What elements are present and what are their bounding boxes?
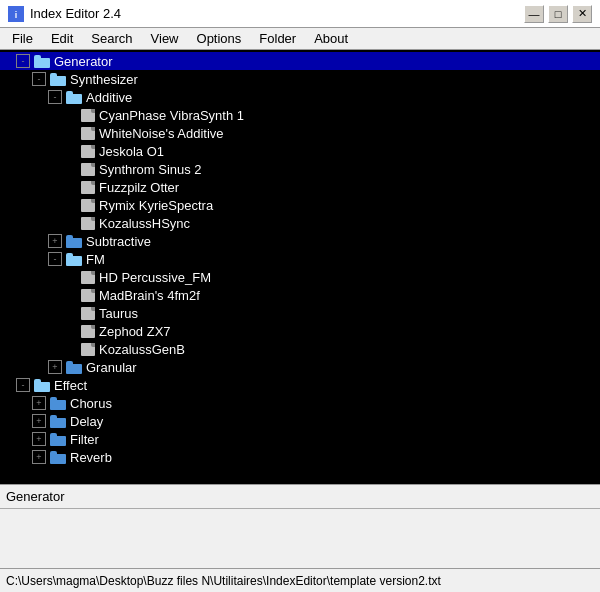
bottom-info [0, 508, 600, 568]
expand-delay[interactable]: + [32, 414, 46, 428]
folder-icon-fm [66, 253, 82, 266]
tree-item-reverb[interactable]: + Reverb [0, 448, 600, 466]
window-controls: — □ ✕ [524, 5, 592, 23]
menu-search[interactable]: Search [83, 29, 140, 48]
label-madbrain: MadBrain's 4fm2f [99, 288, 200, 303]
folder-icon-delay [50, 415, 66, 428]
label-kozaluss-hsync: KozalussHSync [99, 216, 190, 231]
folder-icon-filter [50, 433, 66, 446]
main-content: - Generator - Synthesizer - Additive [0, 50, 600, 484]
label-fuzzpilz: Fuzzpilz Otter [99, 180, 179, 195]
label-kozaluss-genb: KozalussGenB [99, 342, 185, 357]
expand-filter[interactable]: + [32, 432, 46, 446]
menu-folder[interactable]: Folder [251, 29, 304, 48]
label-granular: Granular [86, 360, 137, 375]
label-fm: FM [86, 252, 105, 267]
tree-item-generator[interactable]: - Generator [0, 52, 600, 70]
tree-panel[interactable]: - Generator - Synthesizer - Additive [0, 50, 600, 484]
folder-icon-effect [34, 379, 50, 392]
label-filter: Filter [70, 432, 99, 447]
tree-item-synthrom[interactable]: Synthrom Sinus 2 [0, 160, 600, 178]
window-title: Index Editor 2.4 [30, 6, 121, 21]
status-text: Generator [6, 489, 65, 504]
file-icon-taurus [81, 307, 95, 320]
file-icon-synthrom [81, 163, 95, 176]
file-icon-madbrain [81, 289, 95, 302]
label-cyanphase: CyanPhase VibraSynth 1 [99, 108, 244, 123]
tree-item-additive[interactable]: - Additive [0, 88, 600, 106]
file-icon-zephod [81, 325, 95, 338]
tree-item-granular[interactable]: + Granular [0, 358, 600, 376]
expand-granular[interactable]: + [48, 360, 62, 374]
title-bar: i Index Editor 2.4 — □ ✕ [0, 0, 600, 28]
label-taurus: Taurus [99, 306, 138, 321]
tree-item-fuzzpilz[interactable]: Fuzzpilz Otter [0, 178, 600, 196]
label-generator: Generator [54, 54, 113, 69]
file-icon-hd-percussive [81, 271, 95, 284]
label-chorus: Chorus [70, 396, 112, 411]
tree-item-kozaluss-genb[interactable]: KozalussGenB [0, 340, 600, 358]
close-button[interactable]: ✕ [572, 5, 592, 23]
tree-item-cyanphase[interactable]: CyanPhase VibraSynth 1 [0, 106, 600, 124]
app-icon: i [8, 6, 24, 22]
label-effect: Effect [54, 378, 87, 393]
tree-item-hd-percussive[interactable]: HD Percussive_FM [0, 268, 600, 286]
tree-item-jeskola[interactable]: Jeskola O1 [0, 142, 600, 160]
menu-view[interactable]: View [143, 29, 187, 48]
tree-item-filter[interactable]: + Filter [0, 430, 600, 448]
tree-item-subtractive[interactable]: + Subtractive [0, 232, 600, 250]
folder-icon-granular [66, 361, 82, 374]
folder-icon-synthesizer [50, 73, 66, 86]
tree-item-effect[interactable]: - Effect [0, 376, 600, 394]
folder-icon-chorus [50, 397, 66, 410]
label-additive: Additive [86, 90, 132, 105]
expand-subtractive[interactable]: + [48, 234, 62, 248]
path-bar: C:\Users\magma\Desktop\Buzz files N\Util… [0, 568, 600, 592]
svg-text:i: i [15, 10, 18, 20]
tree-item-zephod[interactable]: Zephod ZX7 [0, 322, 600, 340]
expand-reverb[interactable]: + [32, 450, 46, 464]
tree-item-taurus[interactable]: Taurus [0, 304, 600, 322]
label-reverb: Reverb [70, 450, 112, 465]
file-icon-jeskola [81, 145, 95, 158]
label-jeskola: Jeskola O1 [99, 144, 164, 159]
file-icon-kozaluss-hsync [81, 217, 95, 230]
maximize-button[interactable]: □ [548, 5, 568, 23]
folder-icon-subtractive [66, 235, 82, 248]
expand-generator[interactable]: - [16, 54, 30, 68]
label-delay: Delay [70, 414, 103, 429]
path-text: C:\Users\magma\Desktop\Buzz files N\Util… [6, 574, 441, 588]
expand-chorus[interactable]: + [32, 396, 46, 410]
tree-item-synthesizer[interactable]: - Synthesizer [0, 70, 600, 88]
expand-additive[interactable]: - [48, 90, 62, 104]
menu-bar: File Edit Search View Options Folder Abo… [0, 28, 600, 50]
tree-item-chorus[interactable]: + Chorus [0, 394, 600, 412]
tree-item-rymix[interactable]: Rymix KyrieSpectra [0, 196, 600, 214]
tree-item-delay[interactable]: + Delay [0, 412, 600, 430]
label-zephod: Zephod ZX7 [99, 324, 171, 339]
label-subtractive: Subtractive [86, 234, 151, 249]
tree-item-kozaluss-hsync[interactable]: KozalussHSync [0, 214, 600, 232]
menu-options[interactable]: Options [189, 29, 250, 48]
menu-file[interactable]: File [4, 29, 41, 48]
label-synthrom: Synthrom Sinus 2 [99, 162, 202, 177]
folder-icon-reverb [50, 451, 66, 464]
expand-fm[interactable]: - [48, 252, 62, 266]
menu-about[interactable]: About [306, 29, 356, 48]
label-whitenoise: WhiteNoise's Additive [99, 126, 224, 141]
file-icon-whitenoise [81, 127, 95, 140]
minimize-button[interactable]: — [524, 5, 544, 23]
label-hd-percussive: HD Percussive_FM [99, 270, 211, 285]
tree-item-fm[interactable]: - FM [0, 250, 600, 268]
file-icon-fuzzpilz [81, 181, 95, 194]
file-icon-cyanphase [81, 109, 95, 122]
label-rymix: Rymix KyrieSpectra [99, 198, 213, 213]
expand-synthesizer[interactable]: - [32, 72, 46, 86]
tree-item-whitenoise[interactable]: WhiteNoise's Additive [0, 124, 600, 142]
label-synthesizer: Synthesizer [70, 72, 138, 87]
menu-edit[interactable]: Edit [43, 29, 81, 48]
expand-effect[interactable]: - [16, 378, 30, 392]
status-bar: Generator [0, 484, 600, 508]
tree-item-madbrain[interactable]: MadBrain's 4fm2f [0, 286, 600, 304]
folder-icon-generator [34, 55, 50, 68]
